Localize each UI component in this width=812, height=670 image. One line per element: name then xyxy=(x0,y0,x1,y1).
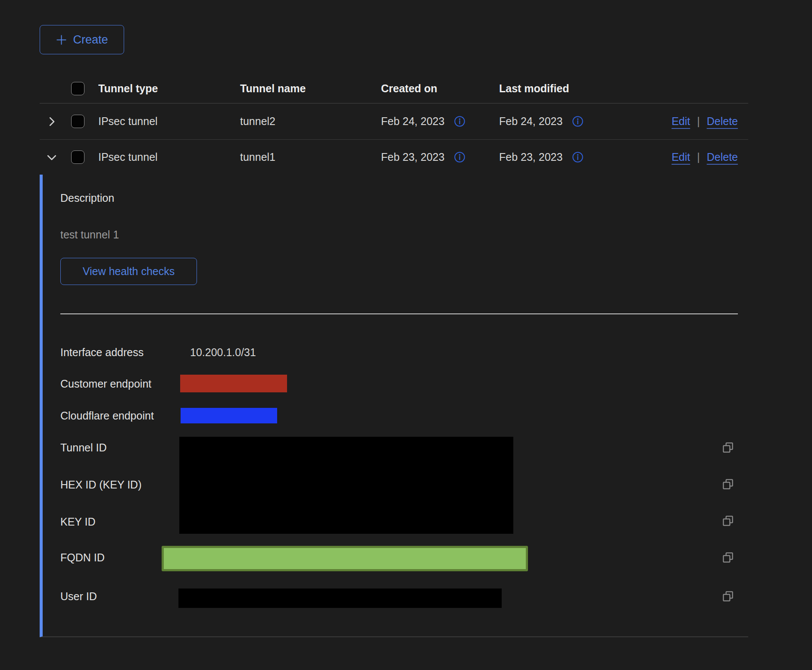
tunnels-page: { "toolbar": { "create_label": "Create" … xyxy=(0,0,812,670)
view-health-checks-button[interactable]: View health checks xyxy=(60,258,197,285)
tunnel-hex-key-id-redacted-values xyxy=(179,437,513,534)
user-id-redacted-value xyxy=(178,589,502,608)
user-id-label: User ID xyxy=(60,590,97,603)
tunnel-table: Tunnel type Tunnel name Created on Last … xyxy=(40,74,748,175)
customer-endpoint-label: Customer endpoint xyxy=(60,378,151,390)
table-row-tunnel1: IPsec tunnel tunnel1 Feb 23, 2023 Feb 23… xyxy=(40,140,748,175)
copy-key-id-icon[interactable] xyxy=(721,514,735,528)
tunnel-type-cell: IPsec tunnel xyxy=(98,151,240,163)
row-checkbox-tunnel1[interactable] xyxy=(71,150,84,164)
last-modified-value: Feb 23, 2023 xyxy=(499,151,562,163)
tunnel-type-cell: IPsec tunnel xyxy=(98,115,240,128)
section-divider xyxy=(60,313,738,314)
table-header-row: Tunnel type Tunnel name Created on Last … xyxy=(40,74,748,103)
last-modified-value: Feb 24, 2023 xyxy=(499,115,562,128)
info-icon[interactable] xyxy=(454,151,465,163)
header-tunnel-name: Tunnel name xyxy=(240,82,381,95)
table-row-tunnel2: IPsec tunnel tunnel2 Feb 24, 2023 Feb 24… xyxy=(40,103,748,140)
row-checkbox-tunnel2[interactable] xyxy=(71,115,84,128)
create-button-label: Create xyxy=(73,33,108,47)
copy-fqdn-id-icon[interactable] xyxy=(721,551,735,564)
interface-address-label: Interface address xyxy=(60,346,144,359)
edit-link[interactable]: Edit xyxy=(671,151,690,163)
key-id-label: KEY ID xyxy=(60,516,96,528)
info-icon[interactable] xyxy=(572,116,584,127)
tunnel-name-cell: tunnel2 xyxy=(240,115,381,128)
cloudflare-endpoint-redacted-value xyxy=(181,408,277,423)
info-icon[interactable] xyxy=(572,151,584,163)
header-created-on: Created on xyxy=(381,82,499,95)
select-all-checkbox[interactable] xyxy=(71,82,84,95)
action-separator: | xyxy=(697,115,700,128)
tunnel1-detail-panel: Description test tunnel 1 View health ch… xyxy=(40,175,748,637)
customer-endpoint-redacted-value xyxy=(180,375,287,392)
description-value: test tunnel 1 xyxy=(60,229,119,241)
action-separator: | xyxy=(697,151,700,163)
tunnel-id-label: Tunnel ID xyxy=(60,441,106,454)
info-icon[interactable] xyxy=(454,116,465,127)
created-on-value: Feb 23, 2023 xyxy=(381,151,444,163)
created-on-value: Feb 24, 2023 xyxy=(381,115,444,128)
copy-tunnel-id-icon[interactable] xyxy=(721,441,735,454)
copy-hex-id-icon[interactable] xyxy=(721,477,735,491)
header-tunnel-type: Tunnel type xyxy=(98,82,240,95)
cloudflare-endpoint-label: Cloudflare endpoint xyxy=(60,410,154,422)
description-label: Description xyxy=(60,192,114,204)
delete-link[interactable]: Delete xyxy=(707,151,738,163)
create-button[interactable]: Create xyxy=(40,25,124,54)
fqdn-id-redacted-value xyxy=(162,546,528,571)
edit-link[interactable]: Edit xyxy=(671,115,690,128)
interface-address-value: 10.200.1.0/31 xyxy=(190,346,256,359)
fqdn-id-label: FQDN ID xyxy=(60,551,105,564)
header-last-modified: Last modified xyxy=(499,82,617,95)
tunnel-name-cell: tunnel1 xyxy=(240,151,381,163)
chevron-down-icon[interactable] xyxy=(45,151,58,164)
hex-id-label: HEX ID (KEY ID) xyxy=(60,479,141,491)
chevron-right-icon[interactable] xyxy=(45,115,58,128)
plus-icon xyxy=(56,34,67,46)
copy-user-id-icon[interactable] xyxy=(721,589,735,603)
delete-link[interactable]: Delete xyxy=(707,115,738,128)
